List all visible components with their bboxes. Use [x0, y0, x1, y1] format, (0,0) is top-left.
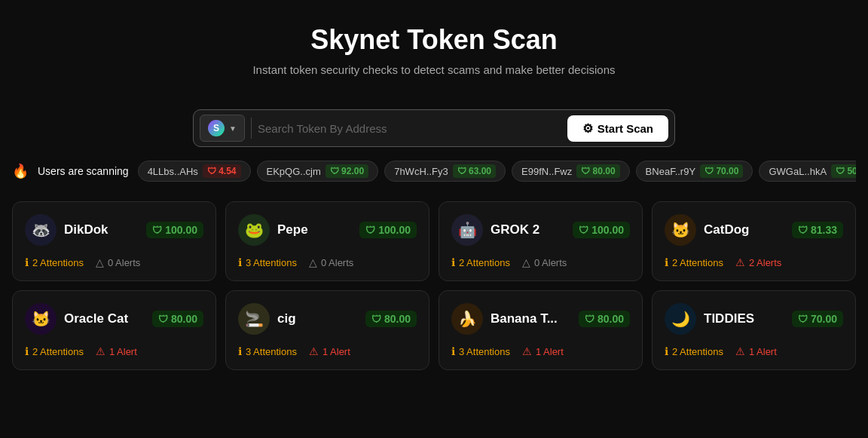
token-avatar: 🐸 [238, 214, 270, 246]
chevron-down-icon: ▼ [229, 124, 237, 133]
card-bottom: ℹ3 Attentions △0 Alerts [238, 256, 417, 268]
attention-count: ℹ2 Attentions [25, 256, 84, 268]
attention-icon: ℹ [665, 345, 668, 357]
card-top: 🦝 DikDok 🛡100.00 [25, 214, 203, 246]
card-top: 🚬 cig 🛡80.00 [238, 303, 417, 335]
scan-tag[interactable]: 7hWcH..Fy3 🛡 63.00 [384, 161, 506, 182]
attention-count: ℹ2 Attentions [665, 345, 723, 357]
card-top: 🐱 CatDog 🛡81.33 [665, 214, 843, 246]
attention-icon: ℹ [238, 256, 242, 268]
token-avatar: 🚬 [238, 303, 270, 335]
token-score: 🛡100.00 [359, 222, 417, 238]
scan-tag-address: EKpQG..cjm [267, 166, 321, 177]
alert-count: ⚠2 Alerts [735, 256, 781, 268]
page-title: Skynet Token Scan [0, 24, 868, 56]
scan-tag[interactable]: 4LLbs..AHs 🛡 4.54 [138, 161, 251, 182]
search-input[interactable] [258, 122, 561, 135]
fire-icon: 🔥 [12, 163, 29, 179]
token-score: 🛡70.00 [792, 311, 843, 327]
card-bottom: ℹ3 Attentions ⚠1 Alert [451, 345, 630, 357]
shield-icon: 🛡 [579, 225, 588, 236]
search-bar: S ▼ ⚙ Start Scan [193, 109, 675, 147]
token-card[interactable]: 🍌 Banana T... 🛡80.00 ℹ3 Attentions ⚠1 Al… [439, 290, 643, 370]
scanning-bar: 🔥 Users are scanning 4LLbs..AHs 🛡 4.54 E… [0, 147, 868, 189]
token-name: Pepe [277, 222, 352, 237]
card-bottom: ℹ2 Attentions ⚠1 Alert [25, 345, 203, 357]
alert-count: △0 Alerts [309, 256, 353, 268]
attention-count: ℹ2 Attentions [665, 256, 723, 268]
alert-count: △0 Alerts [522, 256, 567, 268]
alert-count: ⚠1 Alert [309, 345, 350, 357]
card-top: 🤖 GROK 2 🛡100.00 [451, 214, 630, 246]
token-name: cig [277, 311, 358, 326]
token-card[interactable]: 🐱 Oracle Cat 🛡80.00 ℹ2 Attentions ⚠1 Ale… [12, 290, 216, 370]
scan-tag[interactable]: EKpQG..cjm 🛡 92.00 [257, 161, 379, 182]
card-bottom: ℹ2 Attentions ⚠1 Alert [665, 345, 843, 357]
scan-tag-score: 🛡 80.00 [576, 164, 619, 178]
card-top: 🍌 Banana T... 🛡80.00 [451, 303, 630, 335]
token-card[interactable]: 🤖 GROK 2 🛡100.00 ℹ2 Attentions △0 Alerts [439, 201, 643, 281]
token-grid: 🦝 DikDok 🛡100.00 ℹ2 Attentions △0 Alerts… [0, 189, 868, 382]
attention-count: ℹ3 Attentions [238, 345, 297, 357]
token-score: 🛡100.00 [146, 222, 203, 238]
scan-tag-address: E99fN..Fwz [521, 166, 572, 177]
attention-icon: ℹ [451, 256, 455, 268]
start-scan-button[interactable]: ⚙ Start Scan [567, 115, 668, 142]
attention-icon: ℹ [25, 256, 29, 268]
scan-tag-score: 🛡 50 [831, 164, 856, 178]
card-top: 🐸 Pepe 🛡100.00 [238, 214, 417, 246]
token-card[interactable]: 🌙 TIDDIES 🛡70.00 ℹ2 Attentions ⚠1 Alert [652, 290, 856, 370]
token-avatar: 🍌 [451, 303, 483, 335]
alert-count: ⚠1 Alert [96, 345, 137, 357]
token-avatar: 🐱 [25, 303, 57, 335]
scan-tag-address: 7hWcH..Fy3 [394, 166, 448, 177]
shield-icon: 🛡 [798, 225, 808, 236]
alert-count: △0 Alerts [96, 256, 140, 268]
scan-tag-score: 🛡 92.00 [326, 164, 368, 178]
card-bottom: ℹ3 Attentions ⚠1 Alert [238, 345, 417, 357]
sol-icon: S [208, 120, 225, 136]
attention-count: ℹ2 Attentions [451, 256, 510, 268]
shield-icon: 🛡 [798, 314, 808, 325]
scan-icon: ⚙ [582, 121, 593, 136]
scan-tag[interactable]: GWGaL..hkA 🛡 50 [759, 161, 856, 182]
token-name: Banana T... [491, 311, 571, 326]
token-avatar: 🐱 [665, 214, 696, 246]
token-avatar: 🌙 [665, 303, 696, 335]
shield-icon: 🛡 [585, 314, 594, 325]
page-subtitle: Instant token security checks to detect … [0, 63, 868, 76]
token-name: DikDok [64, 222, 139, 237]
card-top: 🌙 TIDDIES 🛡70.00 [665, 303, 843, 335]
token-name: CatDog [704, 222, 784, 237]
scan-tags: 4LLbs..AHs 🛡 4.54 EKpQG..cjm 🛡 92.00 7hW… [138, 161, 856, 182]
alert-count: ⚠1 Alert [735, 345, 777, 357]
token-card[interactable]: 🚬 cig 🛡80.00 ℹ3 Attentions ⚠1 Alert [225, 290, 429, 370]
page-header: Skynet Token Scan Instant token security… [0, 0, 868, 91]
token-avatar: 🦝 [25, 214, 57, 246]
token-score: 🛡81.33 [792, 222, 843, 238]
attention-count: ℹ2 Attentions [25, 345, 84, 357]
chain-selector[interactable]: S ▼ [200, 115, 245, 142]
card-top: 🐱 Oracle Cat 🛡80.00 [25, 303, 203, 335]
scan-tag[interactable]: E99fN..Fwz 🛡 80.00 [512, 161, 630, 182]
divider [251, 118, 252, 139]
card-bottom: ℹ2 Attentions △0 Alerts [451, 256, 630, 268]
token-name: TIDDIES [704, 311, 784, 326]
token-card[interactable]: 🐸 Pepe 🛡100.00 ℹ3 Attentions △0 Alerts [225, 201, 429, 281]
scan-tag[interactable]: BNeaF..r9Y 🛡 70.00 [636, 161, 753, 182]
scan-tag-address: GWGaL..hkA [769, 166, 827, 177]
card-bottom: ℹ2 Attentions △0 Alerts [25, 256, 203, 268]
token-score: 🛡80.00 [579, 311, 630, 327]
token-card[interactable]: 🦝 DikDok 🛡100.00 ℹ2 Attentions △0 Alerts [12, 201, 216, 281]
shield-icon: 🛡 [158, 314, 168, 325]
attention-icon: ℹ [238, 345, 242, 357]
scan-tag-score: 🛡 63.00 [453, 164, 496, 178]
attention-count: ℹ3 Attentions [238, 256, 297, 268]
token-score: 🛡80.00 [152, 311, 203, 327]
shield-icon: 🛡 [152, 225, 162, 236]
token-card[interactable]: 🐱 CatDog 🛡81.33 ℹ2 Attentions ⚠2 Alerts [652, 201, 856, 281]
alert-count: ⚠1 Alert [522, 345, 564, 357]
attention-icon: ℹ [451, 345, 455, 357]
card-bottom: ℹ2 Attentions ⚠2 Alerts [665, 256, 843, 268]
shield-icon: 🛡 [365, 225, 375, 236]
